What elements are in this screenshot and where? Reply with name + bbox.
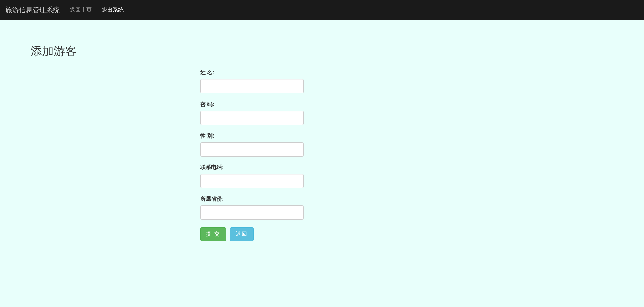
navbar: 旅游信息管理系统 返回主页 退出系统 xyxy=(0,0,644,20)
form-group-password: 密 码: xyxy=(200,101,304,125)
nav-home-link[interactable]: 返回主页 xyxy=(70,6,92,14)
form-group-phone: 联系电话: xyxy=(200,164,304,188)
name-label: 姓 名: xyxy=(200,69,304,76)
submit-button[interactable]: 提 交 xyxy=(200,227,226,241)
form-group-gender: 性 别: xyxy=(200,132,304,157)
button-group: 提 交 返回 xyxy=(200,227,304,241)
phone-input[interactable] xyxy=(200,174,304,188)
gender-input[interactable] xyxy=(200,142,304,157)
phone-label: 联系电话: xyxy=(200,164,304,171)
name-input[interactable] xyxy=(200,79,304,93)
navbar-brand: 旅游信息管理系统 xyxy=(5,5,60,15)
form-group-name: 姓 名: xyxy=(200,69,304,93)
back-button[interactable]: 返回 xyxy=(230,227,254,241)
form-group-province: 所属省份: xyxy=(200,196,304,220)
password-input[interactable] xyxy=(200,111,304,125)
province-label: 所属省份: xyxy=(200,196,304,203)
province-input[interactable] xyxy=(200,205,304,220)
nav-logout-link[interactable]: 退出系统 xyxy=(102,6,124,14)
form-container: 姓 名: 密 码: 性 别: 联系电话: 所属省份: 提 交 返回 xyxy=(200,69,304,241)
password-label: 密 码: xyxy=(200,101,304,108)
content: 添加游客 姓 名: 密 码: 性 别: 联系电话: 所属省份: 提 交 返回 xyxy=(0,20,644,265)
page-title: 添加游客 xyxy=(31,43,613,59)
gender-label: 性 别: xyxy=(200,132,304,140)
